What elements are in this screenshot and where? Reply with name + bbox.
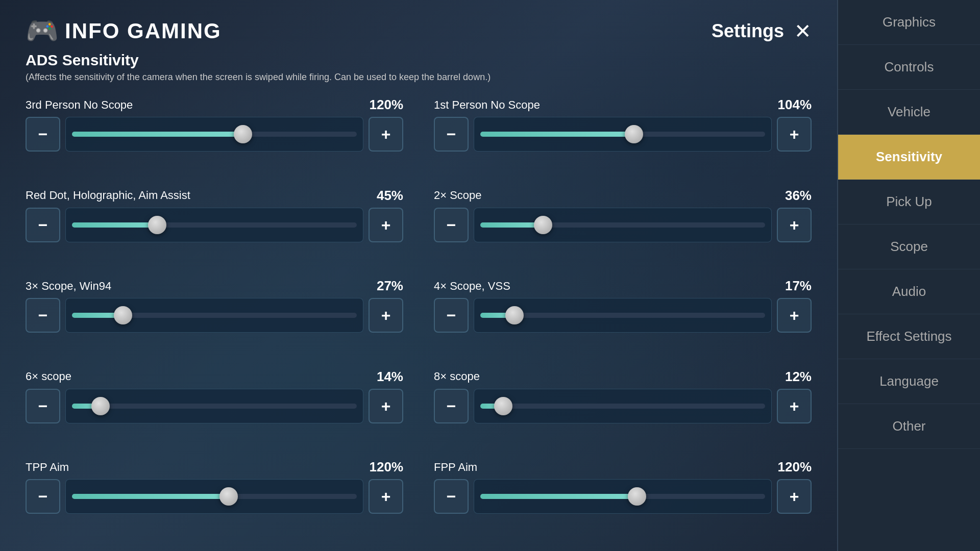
slider-label-6x-scope: 6× scope bbox=[26, 370, 71, 383]
slider-row-tpp-aim: − + bbox=[26, 479, 403, 514]
slider-row-3rd-no-scope: − + bbox=[26, 117, 403, 152]
slider-minus-1st-no-scope[interactable]: − bbox=[434, 117, 469, 152]
sidebar-item-scope[interactable]: Scope bbox=[838, 224, 980, 269]
slider-plus-1st-no-scope[interactable]: + bbox=[777, 117, 812, 152]
plus-icon-6x-scope: + bbox=[381, 398, 391, 414]
slider-group-3rd-no-scope: 3rd Person No Scope 120% − + bbox=[26, 97, 403, 173]
minus-icon-fpp-aim: − bbox=[447, 488, 456, 505]
slider-track-container-fpp-aim[interactable] bbox=[474, 479, 772, 514]
slider-thumb-red-dot[interactable] bbox=[148, 216, 166, 234]
sidebar-item-audio[interactable]: Audio bbox=[838, 269, 980, 314]
slider-thumb-fpp-aim[interactable] bbox=[628, 487, 646, 506]
sidebar-item-graphics[interactable]: Graphics bbox=[838, 0, 980, 45]
slider-header-3x-scope: 3× Scope, Win94 27% bbox=[26, 278, 403, 294]
controller-icon: 🎮 bbox=[26, 15, 59, 46]
slider-thumb-2x-scope[interactable] bbox=[534, 216, 552, 234]
slider-minus-6x-scope[interactable]: − bbox=[26, 389, 60, 423]
slider-thumb-8x-scope[interactable] bbox=[494, 397, 512, 415]
slider-header-4x-scope: 4× Scope, VSS 17% bbox=[434, 278, 812, 294]
slider-plus-fpp-aim[interactable]: + bbox=[777, 479, 812, 514]
slider-value-fpp-aim: 120% bbox=[778, 459, 812, 475]
slider-label-4x-scope: 4× Scope, VSS bbox=[434, 280, 510, 293]
slider-plus-6x-scope[interactable]: + bbox=[369, 389, 403, 423]
slider-plus-8x-scope[interactable]: + bbox=[777, 389, 812, 423]
slider-thumb-tpp-aim[interactable] bbox=[219, 487, 238, 506]
slider-group-4x-scope: 4× Scope, VSS 17% − + bbox=[434, 278, 812, 355]
slider-header-3rd-no-scope: 3rd Person No Scope 120% bbox=[26, 97, 403, 113]
sidebar-item-effect-settings[interactable]: Effect Settings bbox=[838, 314, 980, 359]
plus-icon-red-dot: + bbox=[381, 217, 391, 233]
sidebar-item-other[interactable]: Other bbox=[838, 404, 980, 449]
slider-fill-red-dot bbox=[72, 222, 157, 228]
slider-label-8x-scope: 8× scope bbox=[434, 370, 480, 383]
slider-row-1st-no-scope: − + bbox=[434, 117, 812, 152]
slider-thumb-6x-scope[interactable] bbox=[91, 397, 110, 415]
plus-icon-8x-scope: + bbox=[790, 398, 799, 414]
slider-value-3x-scope: 27% bbox=[377, 278, 403, 294]
slider-label-3rd-no-scope: 3rd Person No Scope bbox=[26, 98, 133, 112]
slider-header-8x-scope: 8× scope 12% bbox=[434, 369, 812, 385]
slider-thumb-3x-scope[interactable] bbox=[114, 306, 132, 324]
slider-track-container-4x-scope[interactable] bbox=[474, 298, 772, 333]
slider-track-container-3x-scope[interactable] bbox=[65, 298, 363, 333]
slider-group-tpp-aim: TPP Aim 120% − + bbox=[26, 459, 403, 536]
slider-fill-fpp-aim bbox=[480, 494, 637, 499]
slider-track-3x-scope bbox=[72, 313, 357, 318]
slider-plus-3x-scope[interactable]: + bbox=[369, 298, 403, 333]
slider-thumb-4x-scope[interactable] bbox=[505, 306, 524, 324]
slider-track-container-6x-scope[interactable] bbox=[65, 389, 363, 423]
slider-plus-4x-scope[interactable]: + bbox=[777, 298, 812, 333]
slider-fill-1st-no-scope bbox=[480, 132, 634, 137]
slider-track-3rd-no-scope bbox=[72, 132, 357, 137]
slider-plus-tpp-aim[interactable]: + bbox=[369, 479, 403, 514]
slider-thumb-3rd-no-scope[interactable] bbox=[234, 125, 252, 143]
sidebar-item-controls[interactable]: Controls bbox=[838, 45, 980, 90]
slider-track-container-2x-scope[interactable] bbox=[474, 208, 772, 242]
slider-minus-red-dot[interactable]: − bbox=[26, 208, 60, 242]
slider-minus-8x-scope[interactable]: − bbox=[434, 389, 469, 423]
slider-group-6x-scope: 6× scope 14% − + bbox=[26, 369, 403, 445]
minus-icon-tpp-aim: − bbox=[38, 488, 48, 505]
slider-minus-2x-scope[interactable]: − bbox=[434, 208, 469, 242]
minus-icon-1st-no-scope: − bbox=[447, 126, 456, 142]
sliders-grid: 3rd Person No Scope 120% − + 1st Person … bbox=[26, 97, 812, 536]
slider-thumb-1st-no-scope[interactable] bbox=[625, 125, 643, 143]
slider-label-2x-scope: 2× Scope bbox=[434, 189, 482, 202]
slider-track-container-1st-no-scope[interactable] bbox=[474, 117, 772, 152]
slider-plus-red-dot[interactable]: + bbox=[369, 208, 403, 242]
sidebar-item-pick-up[interactable]: Pick Up bbox=[838, 180, 980, 224]
slider-track-8x-scope bbox=[480, 404, 765, 409]
slider-track-container-3rd-no-scope[interactable] bbox=[65, 117, 363, 152]
slider-minus-fpp-aim[interactable]: − bbox=[434, 479, 469, 514]
slider-header-2x-scope: 2× Scope 36% bbox=[434, 188, 812, 204]
sidebar-item-sensitivity[interactable]: Sensitivity bbox=[838, 135, 980, 180]
brand-area: 🎮 INFO GAMING bbox=[26, 15, 222, 46]
slider-minus-3rd-no-scope[interactable]: − bbox=[26, 117, 60, 152]
slider-header-1st-no-scope: 1st Person No Scope 104% bbox=[434, 97, 812, 113]
sidebar-item-vehicle[interactable]: Vehicle bbox=[838, 90, 980, 135]
slider-value-tpp-aim: 120% bbox=[370, 459, 404, 475]
slider-row-3x-scope: − + bbox=[26, 298, 403, 333]
slider-minus-4x-scope[interactable]: − bbox=[434, 298, 469, 333]
slider-minus-tpp-aim[interactable]: − bbox=[26, 479, 60, 514]
slider-row-6x-scope: − + bbox=[26, 389, 403, 423]
slider-track-container-red-dot[interactable] bbox=[65, 208, 363, 242]
slider-plus-3rd-no-scope[interactable]: + bbox=[369, 117, 403, 152]
slider-fill-3rd-no-scope bbox=[72, 132, 243, 137]
plus-icon-1st-no-scope: + bbox=[790, 126, 799, 142]
slider-track-container-tpp-aim[interactable] bbox=[65, 479, 363, 514]
slider-minus-3x-scope[interactable]: − bbox=[26, 298, 60, 333]
sidebar-item-language[interactable]: Language bbox=[838, 359, 980, 404]
slider-plus-2x-scope[interactable]: + bbox=[777, 208, 812, 242]
close-button[interactable]: ✕ bbox=[794, 19, 812, 43]
slider-track-6x-scope bbox=[72, 404, 357, 409]
plus-icon-3x-scope: + bbox=[381, 307, 391, 323]
slider-track-container-8x-scope[interactable] bbox=[474, 389, 772, 423]
header: 🎮 INFO GAMING Settings ✕ bbox=[26, 15, 812, 46]
brand-title: INFO GAMING bbox=[65, 19, 222, 43]
minus-icon-2x-scope: − bbox=[447, 217, 456, 233]
minus-icon-4x-scope: − bbox=[447, 307, 456, 323]
minus-icon-6x-scope: − bbox=[38, 398, 48, 414]
slider-group-8x-scope: 8× scope 12% − + bbox=[434, 369, 812, 445]
plus-icon-2x-scope: + bbox=[790, 217, 799, 233]
